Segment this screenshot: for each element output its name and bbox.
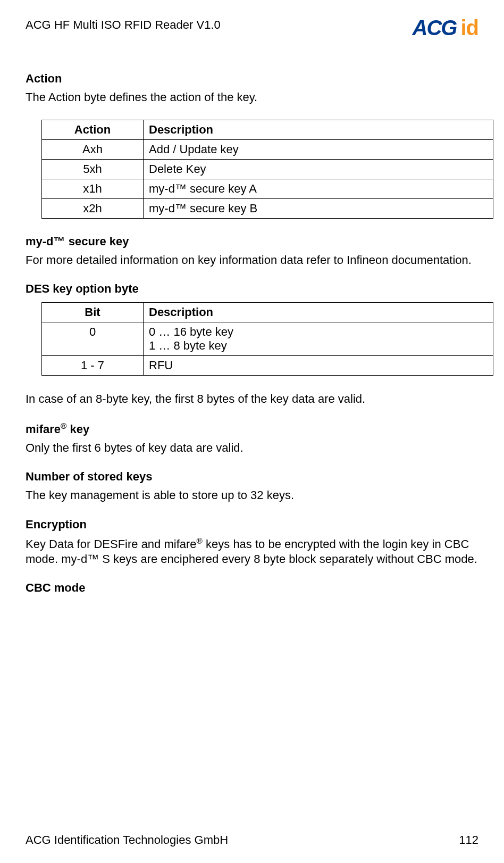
table-row: Axh Add / Update key (42, 139, 493, 159)
encryption-paragraph: Key Data for DESFire and mifare® keys ha… (26, 536, 478, 566)
mifare-paragraph: Only the first 6 bytes of key data are v… (26, 441, 478, 455)
page-header: ACG HF Multi ISO RFID Reader V1.0 ACG id (26, 16, 478, 40)
footer-page-number: 112 (459, 833, 478, 847)
table-cell: 1 - 7 (42, 356, 144, 376)
registered-sup: ® (197, 536, 203, 545)
des-after-paragraph: In case of an 8-byte key, the first 8 by… (26, 392, 478, 406)
table-cell: RFU (144, 356, 493, 376)
mifare-heading-pre: mifare (26, 422, 61, 436)
table-row: x2h my-d™ secure key B (42, 198, 493, 218)
table-cell: Add / Update key (144, 139, 493, 159)
table-row: 5xh Delete Key (42, 159, 493, 179)
table-cell: 5xh (42, 159, 144, 179)
encryption-heading: Encryption (26, 518, 478, 532)
table-header-row: Bit Description (42, 303, 493, 322)
page: ACG HF Multi ISO RFID Reader V1.0 ACG id… (0, 0, 504, 863)
des-table: Bit Description 0 0 … 16 byte key 1 … 8 … (41, 302, 493, 376)
action-heading: Action (26, 72, 478, 86)
logo-text-acg: ACG (413, 16, 457, 40)
logo: ACG id (413, 16, 478, 40)
table-header-cell: Description (144, 303, 493, 322)
table-row: x1h my-d™ secure key A (42, 179, 493, 198)
table-header-cell: Action (42, 120, 144, 139)
myd-paragraph: For more detailed information on key inf… (26, 253, 478, 268)
mifare-heading-post: key (66, 422, 89, 436)
footer-company: ACG Identification Technologies GmbH (26, 833, 228, 847)
mifare-heading: mifare® key (26, 421, 478, 436)
logo-text-id: id (460, 16, 478, 40)
action-paragraph: The Action byte defines the action of th… (26, 90, 478, 105)
doc-title: ACG HF Multi ISO RFID Reader V1.0 (26, 16, 221, 32)
action-table: Action Description Axh Add / Update key … (41, 120, 493, 219)
num-paragraph: The key management is able to store up t… (26, 488, 478, 503)
enc-text-1: Key Data for DESFire and mifare (26, 537, 197, 551)
table-header-cell: Description (144, 120, 493, 139)
table-cell: x2h (42, 198, 144, 218)
table-cell: Delete Key (144, 159, 493, 179)
num-heading: Number of stored keys (26, 470, 478, 484)
cbc-heading: CBC mode (26, 581, 478, 595)
table-cell: 0 … 16 byte key 1 … 8 byte key (144, 322, 493, 356)
table-header-row: Action Description (42, 120, 493, 139)
table-cell: Axh (42, 139, 144, 159)
page-footer: ACG Identification Technologies GmbH 112 (26, 833, 478, 847)
table-row: 0 0 … 16 byte key 1 … 8 byte key (42, 322, 493, 356)
table-cell: my-d™ secure key B (144, 198, 493, 218)
table-cell: x1h (42, 179, 144, 198)
myd-heading: my-d™ secure key (26, 235, 478, 248)
table-header-cell: Bit (42, 303, 144, 322)
table-cell: 0 (42, 322, 144, 356)
des-heading: DES key option byte (26, 282, 478, 296)
registered-sup: ® (61, 421, 66, 430)
table-cell: my-d™ secure key A (144, 179, 493, 198)
table-row: 1 - 7 RFU (42, 356, 493, 376)
